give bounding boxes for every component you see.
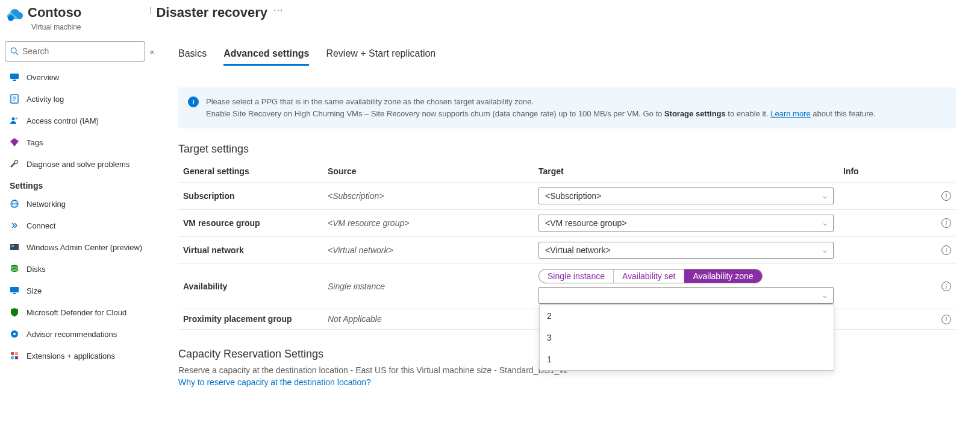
info-line2a: Enable Site Recovery on High Churning VM… bbox=[206, 109, 664, 118]
seg-availability-set[interactable]: Availability set bbox=[614, 269, 684, 283]
sidebar-item-label: Windows Admin Center (preview) bbox=[27, 243, 142, 252]
sidebar-item-wac[interactable]: Windows Admin Center (preview) bbox=[5, 236, 151, 258]
info-availability-icon[interactable]: i bbox=[941, 282, 951, 291]
col-header-target: Target bbox=[534, 160, 838, 183]
tab-basics[interactable]: Basics bbox=[178, 48, 207, 66]
select-availability-zone[interactable]: ⌵ 2 3 1 bbox=[538, 287, 834, 304]
sidebar-item-activity-log[interactable]: Activity log bbox=[5, 88, 151, 110]
availability-segmented: Single instance Availability set Availab… bbox=[538, 269, 763, 283]
sidebar-item-diagnose[interactable]: Diagnose and solve problems bbox=[5, 153, 151, 175]
title-separator: | bbox=[149, 5, 151, 14]
sidebar-item-label: Advisor recommendations bbox=[27, 330, 117, 339]
seg-availability-zone[interactable]: Availability zone bbox=[684, 269, 761, 283]
col-header-general: General settings bbox=[178, 160, 323, 183]
info-banner: i Please select a PPG that is in the sam… bbox=[178, 87, 956, 128]
sidebar-item-label: Networking bbox=[27, 200, 66, 209]
sidebar-item-label: Microsoft Defender for Cloud bbox=[27, 308, 126, 317]
info-vnet-icon[interactable]: i bbox=[941, 245, 951, 255]
sidebar-item-label: Size bbox=[27, 286, 42, 295]
wac-icon bbox=[10, 242, 19, 252]
zone-option-2[interactable]: 2 bbox=[540, 305, 834, 327]
sidebar-item-size[interactable]: Size bbox=[5, 280, 151, 301]
svg-rect-4 bbox=[13, 80, 16, 81]
sidebar-item-label: Overview bbox=[27, 73, 59, 82]
advisor-icon bbox=[10, 329, 19, 339]
chevron-down-icon: ⌵ bbox=[823, 219, 827, 227]
sidebar-heading-settings: Settings bbox=[5, 175, 151, 193]
sidebar-item-label: Activity log bbox=[27, 95, 64, 104]
col-header-source: Source bbox=[323, 160, 534, 183]
svg-rect-23 bbox=[15, 352, 18, 355]
info-line1: Please select a PPG that is in the same … bbox=[206, 97, 534, 106]
svg-line-2 bbox=[16, 52, 18, 55]
row-subscription: Subscription <Subscription> <Subscriptio… bbox=[178, 183, 956, 210]
svg-rect-22 bbox=[11, 352, 14, 355]
wrench-icon bbox=[10, 159, 19, 169]
svg-point-10 bbox=[16, 118, 18, 120]
sidebar-item-disks[interactable]: Disks bbox=[5, 258, 151, 280]
info-subscription-icon[interactable]: i bbox=[941, 191, 951, 201]
select-subscription[interactable]: <Subscription>⌵ bbox=[538, 187, 834, 204]
src-subscription: <Subscription> bbox=[323, 183, 534, 210]
svg-rect-18 bbox=[10, 287, 19, 292]
row-resource-group: VM resource group <VM resource group> <V… bbox=[178, 210, 956, 237]
info-ppg-icon[interactable]: i bbox=[941, 315, 951, 324]
sidebar-item-advisor[interactable]: Advisor recommendations bbox=[5, 323, 151, 345]
people-icon bbox=[10, 116, 19, 125]
svg-rect-3 bbox=[10, 74, 19, 79]
tab-advanced-settings[interactable]: Advanced settings bbox=[223, 48, 309, 66]
page-title: Disaster recovery bbox=[156, 5, 267, 20]
log-icon bbox=[10, 94, 19, 104]
info-line2c: about this feature. bbox=[811, 109, 876, 118]
sidebar: « Overview Activity log Access control (… bbox=[0, 36, 154, 422]
src-availability: Single instance bbox=[323, 264, 534, 309]
select-vnet[interactable]: <Virtual network>⌵ bbox=[538, 242, 834, 259]
svg-rect-25 bbox=[15, 356, 18, 359]
sidebar-item-extensions[interactable]: Extensions + applications bbox=[5, 345, 151, 367]
search-input[interactable] bbox=[22, 46, 140, 56]
more-actions[interactable]: ··· bbox=[273, 5, 283, 16]
svg-point-0 bbox=[8, 15, 14, 21]
info-icon: i bbox=[188, 96, 199, 107]
capacity-link[interactable]: Why to reserve capacity at the destinati… bbox=[178, 377, 956, 387]
main-content: Basics Advanced settings Review + Start … bbox=[154, 36, 980, 422]
select-rg[interactable]: <VM resource group>⌵ bbox=[538, 215, 834, 231]
info-rg-icon[interactable]: i bbox=[941, 218, 951, 228]
sidebar-item-label: Connect bbox=[27, 221, 55, 230]
sidebar-item-connect[interactable]: Connect bbox=[5, 215, 151, 236]
sidebar-item-label: Access control (IAM) bbox=[27, 116, 99, 125]
src-rg: <VM resource group> bbox=[323, 210, 534, 237]
label-rg: VM resource group bbox=[178, 210, 323, 237]
resource-type-label: Virtual machine bbox=[31, 23, 81, 31]
chevron-down-icon: ⌵ bbox=[823, 291, 827, 300]
label-availability: Availability bbox=[178, 264, 323, 309]
shield-icon bbox=[10, 307, 19, 317]
seg-single-instance[interactable]: Single instance bbox=[539, 269, 614, 283]
collapse-sidebar-button[interactable]: « bbox=[150, 47, 154, 56]
search-icon bbox=[10, 47, 19, 55]
zone-option-1[interactable]: 1 bbox=[540, 348, 834, 370]
svg-rect-24 bbox=[11, 356, 14, 359]
info-learn-more-link[interactable]: Learn more bbox=[770, 109, 810, 118]
sidebar-item-label: Tags bbox=[27, 138, 43, 147]
chevron-down-icon: ⌵ bbox=[823, 246, 827, 254]
sidebar-item-access-control[interactable]: Access control (IAM) bbox=[5, 110, 151, 131]
connect-icon bbox=[10, 221, 19, 230]
sidebar-item-overview[interactable]: Overview bbox=[5, 66, 151, 88]
svg-point-9 bbox=[12, 118, 15, 121]
sidebar-item-tags[interactable]: Tags bbox=[5, 131, 151, 153]
tabs: Basics Advanced settings Review + Start … bbox=[178, 48, 956, 66]
sidebar-search[interactable] bbox=[5, 41, 145, 61]
cloud-vm-icon bbox=[5, 6, 24, 25]
zone-option-3[interactable]: 3 bbox=[540, 327, 834, 348]
monitor-icon bbox=[10, 72, 19, 82]
sidebar-item-networking[interactable]: Networking bbox=[5, 193, 151, 215]
svg-rect-15 bbox=[11, 245, 14, 247]
col-header-info: Info bbox=[838, 160, 956, 183]
ext-icon bbox=[10, 351, 19, 361]
info-storage-settings: Storage settings bbox=[664, 109, 726, 118]
tab-review-start[interactable]: Review + Start replication bbox=[326, 48, 435, 66]
target-settings-title: Target settings bbox=[178, 143, 956, 156]
label-subscription: Subscription bbox=[178, 183, 323, 210]
sidebar-item-defender[interactable]: Microsoft Defender for Cloud bbox=[5, 301, 151, 323]
